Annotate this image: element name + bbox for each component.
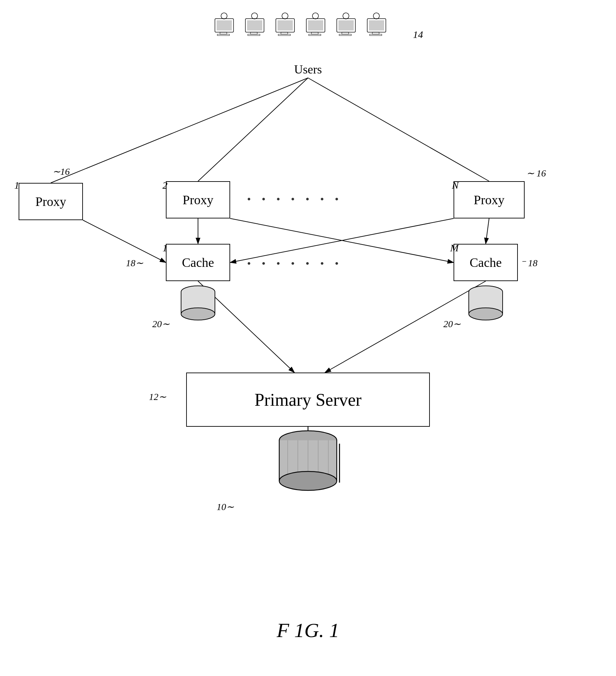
svg-line-3	[83, 220, 166, 262]
cache-m-database	[465, 284, 506, 325]
proxy-1-label: Proxy	[36, 194, 66, 209]
svg-rect-31	[308, 20, 323, 30]
svg-rect-45	[370, 34, 382, 36]
ref-12: 12∼	[149, 391, 166, 402]
svg-rect-43	[369, 20, 384, 30]
ref-14-label: 14	[413, 29, 423, 40]
proxy-n-num: N	[452, 179, 459, 191]
ref-16-left: ∼16	[52, 166, 70, 177]
svg-rect-44	[372, 32, 379, 34]
proxy-2-num: 2	[162, 179, 168, 191]
cache-dots: • • • • • • •	[247, 257, 343, 270]
fig-label: F 1G. 1	[277, 619, 339, 642]
cache-1-num: 1	[162, 242, 168, 254]
users-group: 14 Users	[210, 10, 406, 77]
svg-rect-33	[309, 34, 321, 36]
svg-line-9	[325, 281, 486, 373]
svg-point-28	[282, 13, 288, 19]
svg-rect-14	[220, 32, 227, 34]
svg-rect-20	[250, 32, 257, 34]
cache-1-box: Cache	[166, 244, 230, 281]
svg-point-34	[312, 13, 318, 19]
ref-20-right: 20∼	[443, 318, 461, 330]
cache-1-label: Cache	[182, 255, 214, 270]
proxy-2-label: Proxy	[183, 192, 214, 207]
svg-rect-19	[247, 20, 262, 30]
svg-rect-13	[217, 20, 232, 30]
ref-10: 10∼	[217, 501, 234, 512]
svg-line-1	[198, 78, 308, 181]
svg-rect-39	[339, 34, 351, 36]
primary-server-label: Primary Server	[255, 390, 361, 410]
svg-line-6	[230, 218, 454, 262]
svg-point-40	[343, 13, 349, 19]
ref-20-left: 20∼	[152, 318, 170, 330]
proxy-dots: • • • • • • •	[247, 193, 343, 206]
svg-point-16	[221, 13, 227, 19]
cache-m-num: M	[450, 242, 459, 254]
svg-rect-38	[342, 32, 349, 34]
proxy-n-label: Proxy	[474, 192, 505, 207]
svg-rect-25	[278, 20, 293, 30]
ref-18-right: ⁻ 18	[521, 257, 537, 269]
users-label: Users	[210, 62, 406, 77]
cache-m-box: Cache	[454, 244, 518, 281]
svg-point-65	[279, 471, 337, 490]
cache-1-database	[178, 284, 218, 325]
svg-rect-21	[248, 34, 260, 36]
ref-18-left: 18∼	[126, 257, 143, 269]
ref-16-right: ∼ 16	[526, 168, 546, 179]
svg-point-46	[373, 13, 379, 19]
svg-rect-32	[311, 32, 318, 34]
svg-rect-37	[338, 20, 354, 30]
proxy-n-box: Proxy	[454, 181, 525, 218]
svg-rect-15	[217, 34, 229, 36]
users-icons	[210, 10, 406, 58]
svg-point-50	[181, 308, 215, 320]
svg-line-5	[486, 218, 489, 244]
primary-database	[274, 430, 342, 498]
svg-line-0	[51, 78, 308, 183]
svg-point-22	[251, 13, 258, 19]
diagram-container: 14 Users Proxy 1 ∼16 Proxy 2 Proxy N ∼ 1…	[0, 0, 616, 676]
proxy-1-num: 1	[14, 179, 19, 191]
svg-point-55	[469, 308, 503, 320]
cache-m-label: Cache	[470, 255, 502, 270]
connections-svg	[0, 0, 616, 676]
svg-line-2	[308, 78, 489, 181]
primary-server-box: Primary Server	[186, 373, 430, 427]
svg-rect-26	[281, 32, 288, 34]
svg-line-7	[230, 218, 454, 262]
proxy-2-box: Proxy	[166, 181, 230, 218]
proxy-1-box: Proxy	[19, 183, 83, 220]
svg-rect-27	[278, 34, 290, 36]
